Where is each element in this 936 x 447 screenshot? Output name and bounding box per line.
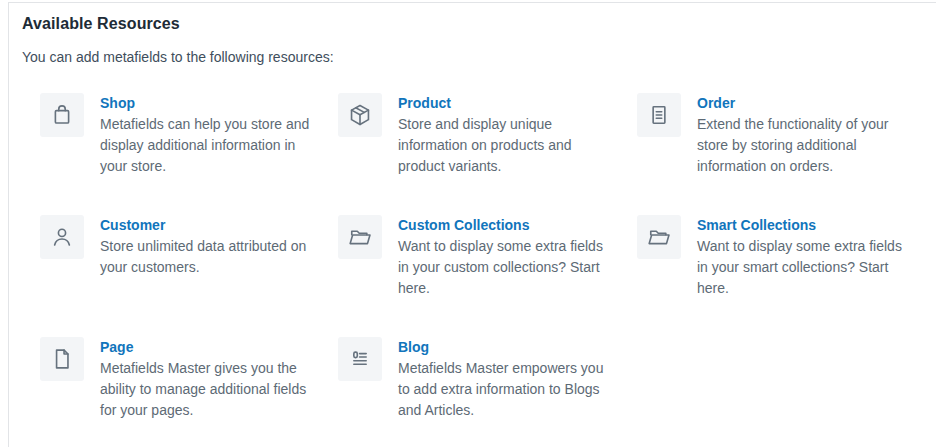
custom-collections-link[interactable]: Custom Collections (398, 215, 529, 235)
resource-item-custom-collections: Custom Collections Want to display some … (338, 215, 637, 299)
order-document-icon (637, 93, 681, 137)
blog-link[interactable]: Blog (398, 337, 429, 357)
page-icon (40, 337, 84, 381)
customer-description: Store unlimited data attributed on your … (100, 236, 312, 278)
product-description: Store and display unique information on … (398, 114, 610, 177)
blog-description: Metafields Master empowers you to add ex… (398, 358, 610, 421)
page-title: Available Resources (22, 14, 936, 34)
intro-text: You can add metafields to the following … (22, 47, 936, 67)
shop-description: Metafields can help you store and displa… (100, 114, 312, 177)
order-description: Extend the functionality of your store b… (697, 114, 909, 177)
shopping-bag-icon (40, 93, 84, 137)
package-icon (338, 93, 382, 137)
resource-item-shop: Shop Metafields can help you store and d… (40, 93, 338, 177)
available-resources-panel: Available Resources You can add metafiel… (8, 2, 936, 447)
resource-item-product: Product Store and display unique informa… (338, 93, 637, 177)
customer-link[interactable]: Customer (100, 215, 165, 235)
order-link[interactable]: Order (697, 93, 735, 113)
person-icon (40, 215, 84, 259)
blog-list-icon (338, 337, 382, 381)
resource-item-page: Page Metafields Master gives you the abi… (40, 337, 338, 421)
resource-item-blog: Blog Metafields Master empowers you to a… (338, 337, 637, 421)
resource-item-smart-collections: Smart Collections Want to display some e… (637, 215, 936, 299)
smart-collections-link[interactable]: Smart Collections (697, 215, 816, 235)
product-link[interactable]: Product (398, 93, 451, 113)
shop-link[interactable]: Shop (100, 93, 135, 113)
custom-collections-description: Want to display some extra fields in you… (398, 236, 610, 299)
smart-collections-description: Want to display some extra fields in you… (697, 236, 909, 299)
page-link[interactable]: Page (100, 337, 133, 357)
open-folder-icon (637, 215, 681, 259)
resources-grid: Shop Metafields can help you store and d… (40, 93, 936, 421)
resource-item-customer: Customer Store unlimited data attributed… (40, 215, 338, 299)
open-folder-icon (338, 215, 382, 259)
resource-item-order: Order Extend the functionality of your s… (637, 93, 936, 177)
page-description: Metafields Master gives you the ability … (100, 358, 312, 421)
